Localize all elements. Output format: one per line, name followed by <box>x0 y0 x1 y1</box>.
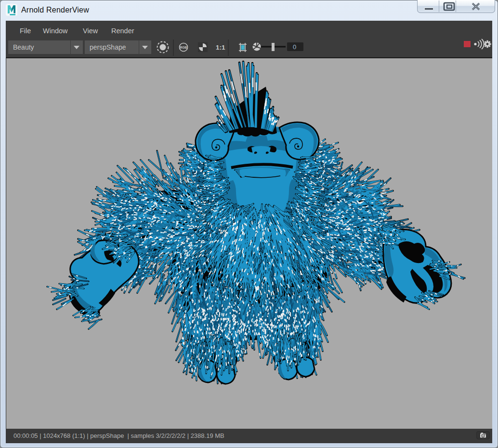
svg-text:1:1: 1:1 <box>216 44 225 51</box>
svg-text:0: 0 <box>293 43 296 51</box>
svg-text:RGB: RGB <box>180 46 187 49</box>
